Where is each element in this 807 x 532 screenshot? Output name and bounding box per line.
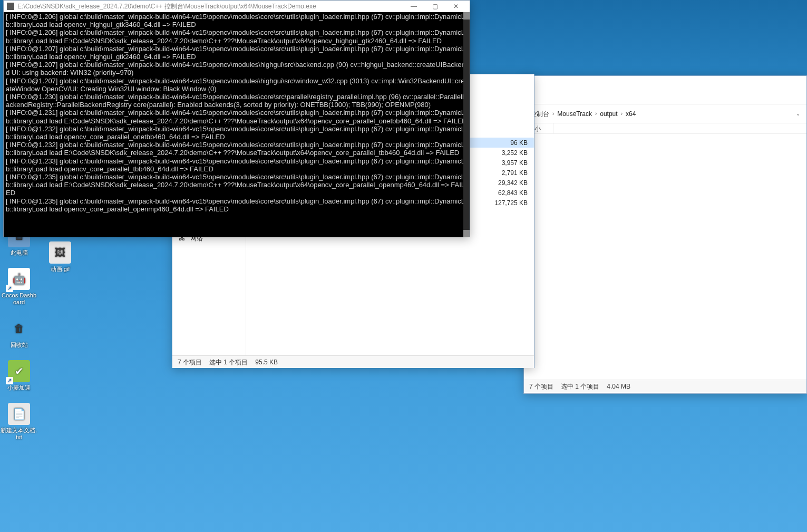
desktop-icon-label: 此电脑 (0, 249, 38, 256)
desktop-icon-label: 小麦加速 (0, 384, 38, 391)
status-bar: 7 个项目 选中 1 个项目 95.5 KB (172, 355, 534, 368)
desktop-icon-label: 回收站 (0, 342, 38, 349)
chevron-down-icon[interactable]: ⌄ (796, 104, 800, 123)
breadcrumb-seg[interactable]: output (600, 104, 617, 123)
window-title: E:\Code\SNSDK\sdk_release_2024.7.20\demo… (17, 2, 403, 11)
desktop-icon-cocos[interactable]: 🤖Cocos Dashboard (0, 268, 38, 306)
desktop-icon-recycle[interactable]: 🗑回收站 (0, 317, 38, 349)
chevron-right-icon: › (621, 104, 623, 123)
breadcrumb-seg[interactable]: x64 (626, 104, 636, 123)
desktop-icon-txt[interactable]: 📄新建文本文档.txt (0, 403, 38, 441)
titlebar[interactable]: E:\Code\SNSDK\sdk_release_2024.7.20\demo… (4, 1, 470, 12)
status-bar: 7 个项目 选中 1 个项目 4.04 MB (524, 380, 806, 392)
maximize-button[interactable]: ▢ (424, 1, 445, 12)
status-size: 95.5 KB (255, 356, 278, 368)
app-icon (7, 3, 14, 10)
breadcrumb-seg[interactable]: MouseTrack (557, 104, 592, 123)
file-size: 3,252 KB (478, 149, 531, 157)
file-size: 2,791 KB (478, 169, 531, 177)
chevron-right-icon: › (552, 104, 554, 123)
breadcrumb[interactable]: 控制台› MouseTrack› output› x64 ⌄ (524, 104, 806, 123)
status-size: 4.04 MB (607, 380, 630, 392)
desktop-icon-label: Cocos Dashboard (0, 292, 38, 306)
desktop-icon-xiaomai[interactable]: ✔小麦加速 (0, 360, 38, 391)
file-size: 29,342 KB (478, 179, 531, 187)
desktop-icon-gif[interactable]: 🖼动画.gif (41, 241, 79, 273)
status-items: 7 个项目 (529, 380, 553, 392)
status-items: 7 个项目 (178, 356, 202, 368)
column-headers[interactable]: 大小 (524, 123, 806, 134)
file-size: 62,843 KB (478, 189, 531, 197)
close-button[interactable]: ✕ (445, 1, 466, 12)
explorer-window-right[interactable]: 控制台› MouseTrack› output› x64 ⌄ 大小 7 个项目 … (523, 75, 807, 394)
status-sel: 选中 1 个项目 (209, 356, 248, 368)
minimize-button[interactable]: — (403, 1, 424, 12)
file-size: 127,725 KB (478, 199, 531, 207)
file-size: 3,957 KB (478, 159, 531, 167)
file-size: 96 KB (478, 139, 531, 147)
status-sel: 选中 1 个项目 (561, 380, 599, 392)
console-window[interactable]: E:\Code\SNSDK\sdk_release_2024.7.20\demo… (3, 0, 470, 237)
desktop-icon-label: 新建文本文档.txt (0, 427, 38, 441)
chevron-right-icon: › (595, 104, 597, 123)
terminal-output[interactable]: [ INFO:0@1.206] global c:\build\master_w… (4, 12, 470, 237)
desktop-icon-label: 动画.gif (41, 266, 79, 273)
